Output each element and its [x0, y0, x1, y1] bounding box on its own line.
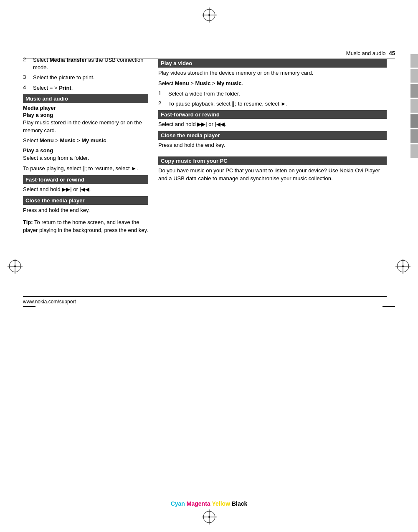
close-header-right: Close the media player [158, 131, 387, 140]
corner-line-tr [383, 42, 395, 42]
gray-tab-7 [410, 144, 418, 158]
color-cyan: Cyan [171, 500, 185, 507]
fast-forward-desc-left: Select and hold ▶▶| or |◀◀. [23, 186, 148, 194]
item-text: Select ≡ > Print. [33, 84, 148, 92]
reg-mark-bottom [202, 509, 217, 524]
right-column: Play a video Play videos stored in the d… [158, 56, 387, 303]
play-video-header: Play a video [158, 59, 387, 68]
play-song-header: Play a song [23, 112, 148, 118]
corner-line-tl [23, 42, 35, 42]
left-column: 2 Select Media transfer as the USB conne… [23, 56, 148, 303]
color-yellow: Yellow [212, 500, 230, 507]
list-item: 4 Select ≡ > Print. [23, 84, 148, 92]
corner-line-br [383, 306, 395, 307]
fast-forward-desc-right: Select and hold ▶▶| or |◀◀. [158, 121, 387, 129]
gray-tab-5 [410, 114, 418, 128]
header-title: Music and audio [346, 50, 386, 56]
copy-desc: Do you have music on your PC that you wa… [158, 167, 387, 183]
item-number: 1 [158, 90, 165, 98]
section-header-music: Music and audio [23, 94, 148, 103]
item-text: Select a video from the folder. [168, 90, 387, 98]
gray-tab-3 [410, 84, 418, 98]
item-text: Select Media transfer as the USB connect… [33, 56, 148, 71]
color-black: Black [232, 500, 247, 507]
list-item: 2 To pause playback, select ‖; to resume… [158, 100, 387, 108]
list-item: 2 Select Media transfer as the USB conne… [23, 56, 148, 71]
gray-tab-2 [410, 69, 418, 83]
footer: www.nokia.com/support [23, 296, 387, 305]
play-video-desc: Play videos stored in the device memory … [158, 69, 387, 77]
fast-forward-header-right: Fast-forward or rewind [158, 110, 387, 119]
close-desc-right: Press and hold the end key. [158, 141, 387, 149]
select-instruction-right: Select Menu > Music > My music. [158, 80, 387, 88]
fast-forward-header-left: Fast-forward or rewind [23, 175, 148, 184]
gray-tabs [410, 54, 418, 158]
color-magenta: Magenta [187, 500, 210, 507]
item-number: 4 [23, 84, 30, 92]
gray-tab-4 [410, 99, 418, 113]
tip-text: To return to the home screen, and leave … [23, 219, 148, 233]
item-text: To pause playback, select ‖; to resume, … [168, 100, 387, 108]
item-number: 3 [23, 74, 30, 81]
content-area: 2 Select Media transfer as the USB conne… [23, 56, 387, 303]
gray-tab-6 [410, 129, 418, 143]
corner-line-bl [23, 306, 35, 307]
tip-section: Tip: To return to the home screen, and l… [23, 219, 148, 234]
play-song-desc-2: Select a song from a folder. [23, 154, 148, 162]
select-instruction: Select Menu > Music > My music. [23, 137, 148, 145]
item-number: 2 [158, 100, 165, 108]
pause-instruction: To pause playing, select ‖; to resume, s… [23, 165, 148, 173]
list-item: 1 Select a video from the folder. [158, 90, 387, 98]
close-desc-left: Press and hold the end key. [23, 207, 148, 214]
item-number: 2 [23, 56, 30, 71]
reg-mark-right [395, 259, 410, 274]
section-divider [158, 153, 387, 153]
item-text: Select the picture to print. [33, 74, 148, 81]
gray-tab-1 [410, 54, 418, 68]
footer-url: www.nokia.com/support [23, 299, 76, 305]
close-header-left: Close the media player [23, 196, 148, 205]
reg-mark-left [8, 259, 23, 274]
header-page: 45 [389, 50, 395, 56]
copy-header: Copy music from your PC [158, 156, 387, 165]
play-song-header-2: Play a song [23, 147, 148, 154]
reg-mark-top [202, 8, 217, 23]
subsection-header-media-player: Media player [23, 105, 148, 111]
play-song-description: Play music stored in the device memory o… [23, 119, 148, 135]
color-bar: Cyan Magenta Yellow Black [171, 500, 248, 507]
tip-label: Tip: [23, 219, 33, 225]
list-item: 3 Select the picture to print. [23, 74, 148, 81]
